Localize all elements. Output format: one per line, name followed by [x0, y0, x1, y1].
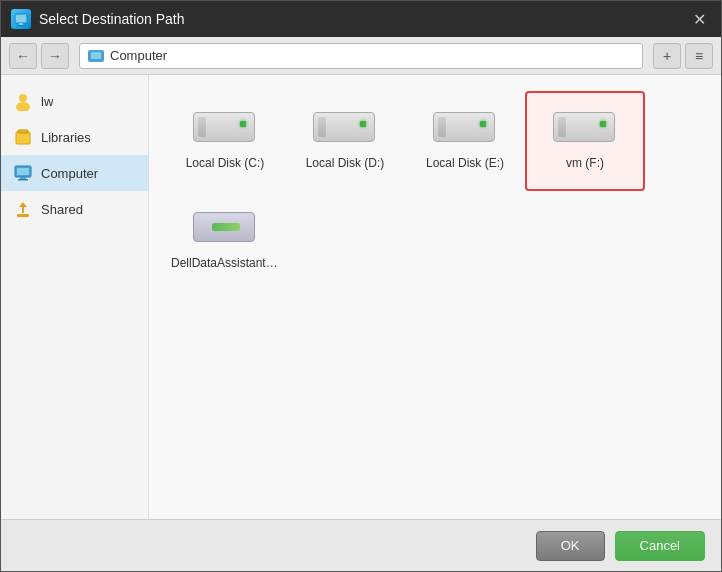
select-destination-dialog: Select Destination Path ✕ ← → Computer +… — [0, 0, 722, 572]
drive-label-e: Local Disk (E:) — [426, 156, 504, 170]
svg-point-4 — [16, 102, 30, 111]
sidebar-item-shared[interactable]: Shared — [1, 191, 148, 227]
sidebar-item-computer[interactable]: Computer — [1, 155, 148, 191]
sidebar-item-libraries-label: Libraries — [41, 130, 91, 145]
svg-rect-9 — [20, 177, 26, 179]
svg-point-3 — [19, 94, 27, 102]
drive-label-d: Local Disk (D:) — [306, 156, 385, 170]
drive-item-c[interactable]: Local Disk (C:) — [165, 91, 285, 191]
svg-rect-11 — [17, 214, 29, 217]
cancel-button[interactable]: Cancel — [615, 531, 705, 561]
sidebar-item-lw[interactable]: lw — [1, 83, 148, 119]
sidebar-item-computer-label: Computer — [41, 166, 98, 181]
back-button[interactable]: ← — [9, 43, 37, 69]
close-button[interactable]: ✕ — [687, 7, 711, 31]
drive-icon-f — [553, 112, 617, 150]
svg-rect-0 — [15, 14, 27, 23]
address-text: Computer — [110, 48, 167, 63]
dialog-title: Select Destination Path — [39, 11, 679, 27]
drive-label-f: vm (F:) — [566, 156, 604, 170]
computer-icon — [13, 163, 33, 183]
svg-rect-6 — [18, 130, 28, 133]
drive-icon-c — [193, 112, 257, 150]
address-computer-icon — [88, 50, 104, 62]
toolbar-right: + ≡ — [653, 43, 713, 69]
title-bar: Select Destination Path ✕ — [1, 1, 721, 37]
forward-button[interactable]: → — [41, 43, 69, 69]
drive-item-e[interactable]: Local Disk (E:) — [405, 91, 525, 191]
main-area: Local Disk (C:) Local Disk (D:) Loca — [149, 75, 721, 519]
svg-rect-8 — [17, 168, 29, 175]
svg-rect-1 — [19, 23, 23, 25]
drive-label-dell: DellDataAssistant (\... — [171, 256, 279, 270]
toolbar: ← → Computer + ≡ — [1, 37, 721, 75]
drive-item-d[interactable]: Local Disk (D:) — [285, 91, 405, 191]
view-toggle-button[interactable]: ≡ — [685, 43, 713, 69]
drive-icon-d — [313, 112, 377, 150]
address-bar: Computer — [79, 43, 643, 69]
svg-rect-2 — [17, 25, 25, 26]
ok-button[interactable]: OK — [536, 531, 605, 561]
sidebar-item-shared-label: Shared — [41, 202, 83, 217]
drive-item-f[interactable]: vm (F:) — [525, 91, 645, 191]
svg-rect-5 — [16, 132, 30, 144]
sidebar-item-libraries[interactable]: Libraries — [1, 119, 148, 155]
drive-item-dell[interactable]: DellDataAssistant (\... — [165, 191, 285, 291]
sidebar-item-lw-label: lw — [41, 94, 53, 109]
libraries-icon — [13, 127, 33, 147]
shared-icon — [13, 199, 33, 219]
sidebar: lw Libraries — [1, 75, 149, 519]
content-area: lw Libraries — [1, 75, 721, 519]
app-icon — [11, 9, 31, 29]
drive-icon-e — [433, 112, 497, 150]
drive-icon-dell — [193, 212, 257, 250]
svg-rect-10 — [18, 179, 28, 181]
user-icon — [13, 91, 33, 111]
new-folder-button[interactable]: + — [653, 43, 681, 69]
footer: OK Cancel — [1, 519, 721, 571]
drive-label-c: Local Disk (C:) — [186, 156, 265, 170]
